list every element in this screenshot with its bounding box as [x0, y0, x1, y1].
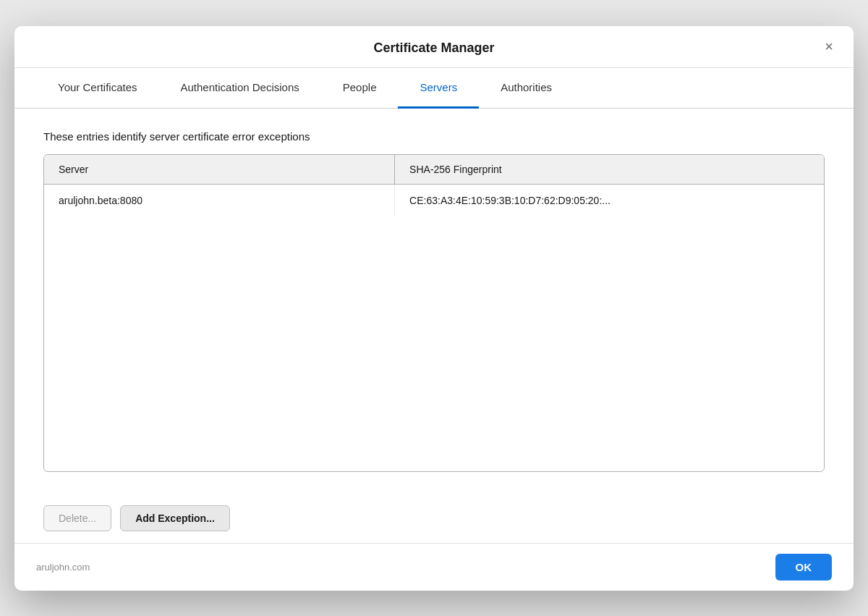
- certificate-manager-dialog: Certificate Manager × Your Certificates …: [14, 26, 854, 591]
- dialog-title: Certificate Manager: [373, 41, 494, 56]
- table-body: aruljohn.beta:8080 CE:63:A3:4E:10:59:3B:…: [44, 185, 824, 216]
- dialog-header: Certificate Manager ×: [14, 26, 854, 68]
- close-button[interactable]: ×: [819, 36, 839, 56]
- column-header-server: Server: [44, 155, 395, 184]
- tab-authorities[interactable]: Authorities: [479, 68, 574, 109]
- table-row[interactable]: aruljohn.beta:8080 CE:63:A3:4E:10:59:3B:…: [44, 185, 824, 216]
- action-bar: Delete... Add Exception...: [14, 494, 854, 543]
- dialog-footer: aruljohn.com OK: [14, 543, 854, 591]
- add-exception-button[interactable]: Add Exception...: [120, 505, 230, 531]
- ok-button[interactable]: OK: [775, 554, 833, 581]
- tab-authentication-decisions[interactable]: Authentication Decisions: [159, 68, 321, 109]
- tab-servers[interactable]: Servers: [398, 68, 479, 109]
- tab-your-certificates[interactable]: Your Certificates: [36, 68, 159, 109]
- content-description: These entries identify server certificat…: [43, 130, 825, 143]
- footer-text: aruljohn.com: [36, 562, 90, 573]
- tab-content-servers: These entries identify server certificat…: [14, 109, 854, 494]
- column-header-fingerprint: SHA-256 Fingerprint: [395, 155, 824, 184]
- table-header: Server SHA-256 Fingerprint: [44, 155, 824, 185]
- cell-fingerprint: CE:63:A3:4E:10:59:3B:10:D7:62:D9:05:20:.…: [395, 185, 824, 216]
- tab-people[interactable]: People: [321, 68, 399, 109]
- cell-server: aruljohn.beta:8080: [44, 185, 395, 216]
- tab-bar: Your Certificates Authentication Decisio…: [14, 68, 854, 109]
- servers-table-container: Server SHA-256 Fingerprint aruljohn.beta…: [43, 154, 825, 472]
- delete-button[interactable]: Delete...: [43, 505, 111, 531]
